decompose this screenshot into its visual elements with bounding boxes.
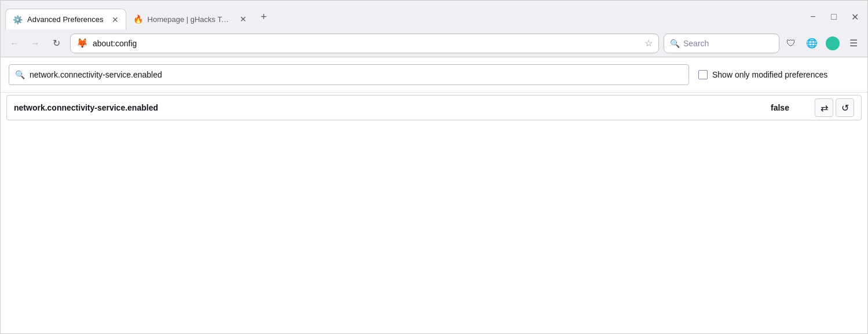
toolbar-right: 🔍 Search 🛡 🌐 ☰ <box>664 34 863 53</box>
address-bar[interactable]: 🦊 about:config ☆ <box>70 34 659 53</box>
config-search-icon: 🔍 <box>15 70 25 79</box>
minimize-button[interactable]: − <box>805 9 821 25</box>
toggle-preference-button[interactable]: ⇄ <box>815 98 833 117</box>
back-button[interactable]: ← <box>5 34 24 53</box>
tab-icon-ghacks: 🔥 <box>133 14 143 24</box>
address-text: about:config <box>93 39 640 48</box>
preference-actions: ⇄ ↺ <box>815 98 854 117</box>
profile-avatar <box>826 36 840 50</box>
browser-window: ⚙️ Advanced Preferences ✕ 🔥 Homepage | g… <box>0 0 868 334</box>
window-controls: − □ ✕ <box>805 9 863 25</box>
tab-icon-advanced-prefs: ⚙️ <box>13 15 23 24</box>
title-bar: ⚙️ Advanced Preferences ✕ 🔥 Homepage | g… <box>1 1 867 30</box>
profile-icon[interactable] <box>823 34 842 53</box>
forward-button[interactable]: → <box>26 34 45 53</box>
bookmark-star-icon[interactable]: ☆ <box>644 38 653 49</box>
preference-value: false <box>745 103 815 112</box>
preference-list: network.connectivity-service.enabled fal… <box>1 93 867 333</box>
tab-close-advanced-prefs[interactable]: ✕ <box>112 15 119 24</box>
page-content: 🔍 Show only modified preferences network… <box>1 57 867 333</box>
reload-button[interactable]: ↻ <box>47 34 65 53</box>
modified-filter-text: Show only modified preferences <box>712 70 827 79</box>
browser-search-bar[interactable]: 🔍 Search <box>664 34 779 53</box>
tab-advanced-preferences[interactable]: ⚙️ Advanced Preferences ✕ <box>5 9 126 30</box>
navigation-bar: ← → ↻ 🦊 about:config ☆ 🔍 Search 🛡 🌐 ☰ <box>1 30 867 57</box>
modified-filter-label[interactable]: Show only modified preferences <box>698 70 827 79</box>
tab-close-ghacks[interactable]: ✕ <box>240 14 247 24</box>
pocket-icon[interactable]: 🛡 <box>782 34 800 53</box>
preference-name: network.connectivity-service.enabled <box>14 103 745 112</box>
extensions-icon[interactable]: 🌐 <box>803 34 821 53</box>
modified-filter-checkbox[interactable] <box>698 70 708 79</box>
search-placeholder-text: Search <box>683 39 709 48</box>
reset-preference-button[interactable]: ↺ <box>836 98 854 117</box>
new-tab-button[interactable]: + <box>256 9 272 25</box>
menu-button[interactable]: ☰ <box>844 34 863 53</box>
tab-ghacks[interactable]: 🔥 Homepage | gHacks Technolog ✕ <box>126 9 254 30</box>
preference-row: network.connectivity-service.enabled fal… <box>6 95 862 120</box>
config-search-input-wrapper[interactable]: 🔍 <box>9 64 689 85</box>
config-search-input[interactable] <box>30 70 683 79</box>
maximize-button[interactable]: □ <box>826 9 842 25</box>
tabs-area: ⚙️ Advanced Preferences ✕ 🔥 Homepage | g… <box>5 4 800 30</box>
firefox-logo-icon: 🦊 <box>76 38 88 49</box>
tab-title-advanced-prefs: Advanced Preferences <box>27 15 104 24</box>
close-button[interactable]: ✕ <box>847 9 863 25</box>
config-search-bar: 🔍 Show only modified preferences <box>1 57 867 93</box>
tab-title-ghacks: Homepage | gHacks Technolog <box>148 15 232 24</box>
search-icon: 🔍 <box>670 39 680 48</box>
